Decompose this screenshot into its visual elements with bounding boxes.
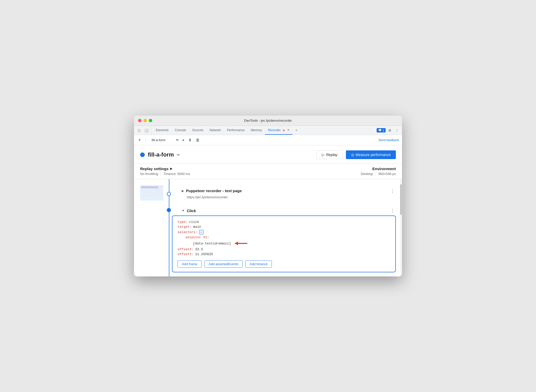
step-click-header: ▼ Click ⋮ [182, 207, 396, 214]
thumbnail-image [140, 185, 163, 201]
svg-marker-1 [234, 242, 238, 245]
edit-title-icon[interactable]: ✏ [177, 152, 180, 157]
target-val: main [193, 225, 201, 229]
step-navigate-subtitle: https://jec.fyi/demo/recorder [182, 195, 396, 199]
settings-icon[interactable]: ⚙ [387, 127, 393, 133]
traffic-lights [138, 119, 152, 122]
selector-icon: ↖ [199, 230, 204, 234]
tab-sources[interactable]: Sources [189, 126, 207, 135]
step-navigate-title: Puppeteer recorder - test page [186, 189, 242, 193]
target-key: target: [178, 225, 192, 229]
devtools-window: DevTools - jec.fyi/demo/recorder ⬡ ⬜ Ele… [134, 116, 402, 276]
expand-navigate-icon[interactable]: ▶ [182, 189, 184, 193]
steps-area: ▶ Puppeteer recorder - test page ⋮ https… [134, 179, 402, 276]
code-type-line: type: click [178, 220, 390, 224]
code-selectors-line: selectors: ↖ [178, 230, 390, 234]
recorder-toolbar: + fill-a-form ▾ ⬇ 🗑 Send feedback [134, 135, 402, 145]
step-click-menu[interactable]: ⋮ [389, 207, 396, 214]
info-separator [161, 172, 161, 176]
type-val: click [189, 220, 199, 224]
devtools-right-actions: 💬 1 ⚙ ⋮ [376, 126, 400, 135]
tab-recorder-close[interactable]: ✕ [287, 128, 290, 132]
replay-settings-info: No throttling Timeout: 5000 ms [140, 172, 361, 176]
cursor-icon[interactable]: ⬡ [136, 127, 142, 133]
tab-network[interactable]: Network [207, 126, 224, 135]
recording-header: fill-a-form ✏ ▷ Replay ◎ Measure perform… [134, 145, 402, 163]
selectors-key: selectors: [178, 230, 198, 234]
environment-info: Desktop 960×546 px [361, 172, 396, 176]
step-navigate: ▶ Puppeteer recorder - test page ⋮ https… [134, 183, 402, 205]
step-click-header-row: ▼ Click ⋮ [134, 205, 402, 215]
performance-icon: ◎ [351, 153, 354, 157]
code-actions: Add frame Add assertedEvents Add timeout [178, 260, 390, 268]
step-thumbnail [140, 185, 163, 201]
step-dot-click [167, 208, 171, 212]
add-asserted-events-button[interactable]: Add assertedEvents [204, 260, 243, 268]
environment-title: Environment [361, 167, 396, 171]
step-click-thumbnail-spacer [140, 207, 163, 212]
devtools-icons: ⬡ ⬜ [136, 126, 152, 135]
selector1-key: selector #1: [185, 235, 209, 239]
step-click-header-content: ▼ Click ⋮ [171, 207, 396, 214]
send-feedback-link[interactable]: Send feedback [378, 138, 399, 142]
tab-elements[interactable]: Elements [153, 126, 172, 135]
tab-recorder[interactable]: Recorder 🔺 ✕ [265, 126, 292, 135]
code-selector1-line: selector #1: [178, 235, 390, 239]
recording-status-dot [140, 152, 145, 157]
play-icon: ▷ [322, 153, 325, 157]
delete-icon[interactable]: 🗑 [195, 137, 201, 143]
close-button[interactable] [138, 119, 141, 122]
scrollbar-thumb[interactable] [400, 184, 402, 215]
step-navigate-content: ▶ Puppeteer recorder - test page ⋮ https… [171, 187, 396, 199]
offsety-val: 11.265625 [195, 252, 213, 256]
code-target-line: target: main [178, 225, 390, 229]
devtools-tabs: Elements Console Sources Network Perform… [153, 126, 376, 135]
export-icon[interactable]: ⬇ [187, 137, 193, 143]
header-actions: ▷ Replay ◎ Measure performance [316, 150, 396, 159]
selector1-val: [data-testid=email] [193, 242, 231, 245]
step-dot-navigate [167, 192, 171, 196]
measure-performance-button[interactable]: ◎ Measure performance [346, 150, 396, 159]
tab-more[interactable]: » [293, 126, 301, 135]
replay-settings-title[interactable]: Replay settings ▶ [140, 167, 361, 171]
offsety-key: offsetY: [178, 252, 193, 256]
type-key: type: [178, 220, 188, 224]
titlebar: DevTools - jec.fyi/demo/recorder [134, 116, 402, 126]
dropdown-icon[interactable]: ▾ [181, 137, 185, 143]
scrollbar-track[interactable] [400, 179, 402, 276]
window-title: DevTools - jec.fyi/demo/recorder [244, 119, 292, 122]
chat-badge[interactable]: 💬 1 [377, 128, 386, 132]
replay-button[interactable]: ▷ Replay [316, 150, 343, 159]
replay-settings-bar: Replay settings ▶ No throttling Timeout:… [134, 163, 402, 179]
code-selector1-val-line: [data-testid=email] [178, 240, 390, 246]
code-offsety-line: offsetY: 11.265625 [178, 252, 390, 256]
step-click: ▼ Click ⋮ type: click target: main [134, 205, 402, 272]
offsetx-val: 33.5 [195, 247, 203, 251]
devtools-tabbar: ⬡ ⬜ Elements Console Sources Network Per… [134, 126, 402, 135]
replay-settings-right: Environment Desktop 960×546 px [361, 167, 396, 176]
recording-selector[interactable]: fill-a-form [149, 137, 179, 143]
recording-title: fill-a-form [148, 151, 174, 158]
code-offsetx-line: offsetX: 33.5 [178, 247, 390, 251]
expand-click-icon[interactable]: ▼ [182, 209, 185, 212]
red-arrow-icon [234, 240, 247, 246]
step-click-title: Click [187, 209, 196, 213]
step-navigate-header: ▶ Puppeteer recorder - test page ⋮ [182, 187, 396, 195]
tab-performance[interactable]: Performance [224, 126, 248, 135]
code-block: type: click target: main selectors: ↖ se… [172, 215, 396, 272]
tab-console[interactable]: Console [172, 126, 189, 135]
env-separator [376, 172, 376, 176]
maximize-button[interactable] [149, 119, 152, 122]
device-icon[interactable]: ⬜ [143, 127, 149, 133]
tab-memory[interactable]: Memory [248, 126, 265, 135]
expand-settings-icon[interactable]: ▶ [170, 167, 172, 170]
add-timeout-button[interactable]: Add timeout [245, 260, 272, 268]
replay-settings-left: Replay settings ▶ No throttling Timeout:… [140, 167, 361, 176]
step-navigate-menu[interactable]: ⋮ [389, 187, 396, 195]
minimize-button[interactable] [143, 119, 147, 122]
more-options-icon[interactable]: ⋮ [394, 127, 400, 133]
toolbar-separator [145, 138, 146, 143]
add-frame-button[interactable]: Add frame [178, 260, 202, 268]
add-recording-button[interactable]: + [137, 136, 142, 144]
offsetx-key: offsetX: [178, 247, 193, 251]
